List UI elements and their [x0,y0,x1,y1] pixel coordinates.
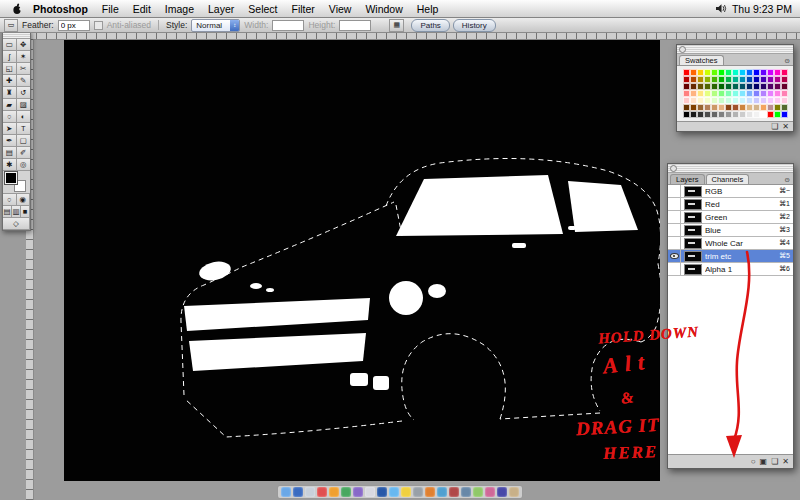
swatch[interactable] [690,76,697,83]
swatch[interactable] [732,111,739,118]
palette-well-tab-paths[interactable]: Paths [411,19,449,32]
swatch[interactable] [774,97,781,104]
swatch[interactable] [725,90,732,97]
swatch[interactable] [760,111,767,118]
swatch[interactable] [711,76,718,83]
swatch[interactable] [746,90,753,97]
swatch[interactable] [760,76,767,83]
swatch[interactable] [718,76,725,83]
brush-tool[interactable]: ✎ [17,75,31,87]
swatch[interactable] [746,76,753,83]
swatch[interactable] [725,83,732,90]
feather-input[interactable] [58,20,90,31]
height-input[interactable] [339,20,371,31]
swatch[interactable] [746,104,753,111]
swatch[interactable] [781,111,788,118]
channels-palette-header[interactable] [668,164,793,173]
dock-icon[interactable] [305,487,315,497]
swatch[interactable] [690,97,697,104]
quick-mask-mode-button[interactable]: ◉ [17,194,31,206]
swatch[interactable] [739,83,746,90]
swatch[interactable] [697,90,704,97]
pen-tool[interactable]: ✒ [3,135,17,147]
swatch[interactable] [732,69,739,76]
anti-aliased-checkbox[interactable] [94,21,103,30]
visibility-toggle[interactable] [668,263,681,275]
swatch[interactable] [704,111,711,118]
swatch[interactable] [718,104,725,111]
swatch[interactable] [697,104,704,111]
swatch[interactable] [704,90,711,97]
menu-clock[interactable]: Thu 9:23 PM [727,3,792,15]
screen-mode-full-button[interactable]: ■ [21,206,30,218]
swatch[interactable] [760,69,767,76]
swatch[interactable] [725,97,732,104]
lasso-tool[interactable]: ʃ [3,51,17,63]
swatch[interactable] [746,83,753,90]
swatch[interactable] [781,97,788,104]
swatch[interactable] [753,76,760,83]
swatch[interactable] [767,104,774,111]
dock-icon[interactable] [293,487,303,497]
swatch[interactable] [753,83,760,90]
swatch[interactable] [683,90,690,97]
dock-icon[interactable] [413,487,423,497]
jump-to-imageready-button[interactable]: ◇ [3,218,30,230]
swatch[interactable] [704,76,711,83]
channel-row-trim-etc[interactable]: trim etc⌘5 [668,250,793,263]
delete-swatch-button[interactable]: ✕ [782,123,789,131]
menu-help[interactable]: Help [410,3,446,15]
menu-window[interactable]: Window [358,3,409,15]
dock-icon[interactable] [341,487,351,497]
swatch[interactable] [781,83,788,90]
swatch[interactable] [704,83,711,90]
swatch[interactable] [746,111,753,118]
swatch[interactable] [767,111,774,118]
swatch[interactable] [697,97,704,104]
swatch[interactable] [697,69,704,76]
menu-file[interactable]: File [95,3,126,15]
swatch[interactable] [690,111,697,118]
swatch[interactable] [774,83,781,90]
visibility-toggle[interactable] [668,224,681,236]
dock-icon[interactable] [377,487,387,497]
swatch[interactable] [690,90,697,97]
dock-icon[interactable] [461,487,471,497]
swatch[interactable] [683,69,690,76]
swatch[interactable] [683,104,690,111]
channel-row-alpha-1[interactable]: Alpha 1⌘6 [668,263,793,276]
channel-row-red[interactable]: Red⌘1 [668,198,793,211]
swatch[interactable] [683,76,690,83]
visibility-toggle[interactable] [668,237,681,249]
swatch[interactable] [697,76,704,83]
swatch[interactable] [781,104,788,111]
swatch[interactable] [767,69,774,76]
swatch[interactable] [774,76,781,83]
visibility-toggle[interactable] [668,211,681,223]
tab-layers[interactable]: Layers [670,174,705,184]
swatch[interactable] [697,111,704,118]
swatch[interactable] [718,90,725,97]
delete-channel-button[interactable]: ✕ [782,458,789,466]
new-swatch-button[interactable]: ❏ [771,123,778,131]
type-tool[interactable]: T [17,123,31,135]
swatch[interactable] [774,69,781,76]
volume-icon[interactable] [715,3,727,14]
dock-icon[interactable] [329,487,339,497]
swatches-palette-header[interactable] [677,45,793,54]
swatch[interactable] [690,69,697,76]
dock-icon[interactable] [389,487,399,497]
path-selection-tool[interactable]: ➤ [3,123,17,135]
swatch[interactable] [767,97,774,104]
swatch[interactable] [683,97,690,104]
menu-image[interactable]: Image [158,3,201,15]
width-input[interactable] [272,20,304,31]
screen-mode-menubar-button[interactable]: ▥ [12,206,21,218]
swatch[interactable] [739,90,746,97]
swatch[interactable] [704,69,711,76]
swatch[interactable] [774,104,781,111]
tab-swatches[interactable]: Swatches [679,55,724,65]
close-icon[interactable] [670,165,677,172]
swatch[interactable] [739,104,746,111]
swatch[interactable] [725,76,732,83]
